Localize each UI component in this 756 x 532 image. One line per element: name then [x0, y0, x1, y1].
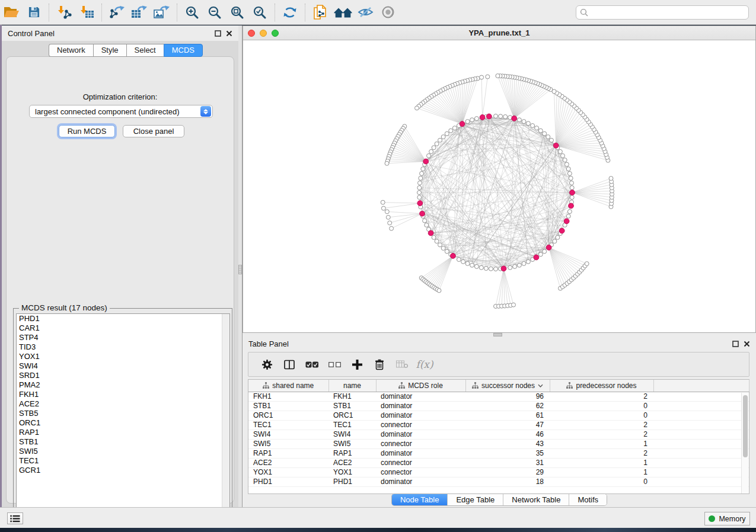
table-cell[interactable]: YOX1	[328, 467, 376, 477]
network-node[interactable]	[556, 235, 560, 239]
mcds-hub-node[interactable]	[486, 114, 492, 119]
mcds-hub-node[interactable]	[559, 228, 564, 233]
tab-style[interactable]: Style	[93, 44, 126, 57]
table-row[interactable]: PHD1PHD1dominator180	[248, 477, 749, 486]
network-node[interactable]	[465, 261, 470, 265]
table-cell[interactable]: 62	[465, 401, 550, 411]
network-node[interactable]	[531, 124, 535, 128]
mcds-result-item[interactable]: PHD1	[17, 314, 229, 323]
network-node[interactable]	[564, 162, 569, 166]
network-node[interactable]	[474, 264, 479, 268]
table-cell[interactable]: 0	[550, 401, 653, 411]
network-node[interactable]	[550, 138, 554, 142]
network-node[interactable]	[438, 243, 442, 247]
network-node[interactable]	[526, 121, 530, 126]
network-node[interactable]	[585, 262, 589, 266]
table-cell[interactable]: 2	[550, 430, 653, 439]
table-cell[interactable]: YOX1	[248, 467, 328, 477]
home-network-button[interactable]	[331, 2, 354, 23]
mcds-result-item[interactable]: SRD1	[17, 371, 229, 380]
mcds-result-item[interactable]: FKH1	[17, 390, 229, 399]
network-node[interactable]	[494, 114, 498, 118]
network-canvas[interactable]	[243, 40, 755, 332]
network-node[interactable]	[479, 265, 483, 270]
table-cell[interactable]: 1	[550, 467, 653, 477]
table-cell[interactable]: ACE2	[328, 458, 376, 467]
refresh-button[interactable]	[279, 2, 301, 23]
export-network-button[interactable]	[106, 2, 128, 23]
network-node[interactable]	[538, 252, 543, 257]
zoom-in-button[interactable]	[181, 2, 203, 23]
network-node[interactable]	[417, 185, 422, 190]
open-file-button[interactable]	[0, 2, 23, 23]
vertical-splitter-handle[interactable]	[238, 265, 242, 274]
network-node[interactable]	[486, 75, 490, 79]
show-columns-button[interactable]	[278, 354, 301, 375]
table-cell[interactable]: ACE2	[248, 458, 328, 467]
task-history-button[interactable]	[7, 512, 23, 524]
add-column-button[interactable]	[346, 354, 368, 375]
mcds-hub-node[interactable]	[460, 121, 465, 127]
network-node[interactable]	[553, 239, 557, 243]
table-cell[interactable]: ORC1	[248, 411, 328, 420]
float-panel-icon[interactable]	[215, 30, 221, 37]
network-node[interactable]	[470, 118, 474, 122]
table-cell[interactable]: ORC1	[328, 411, 376, 420]
table-cell[interactable]: dominator	[376, 401, 465, 411]
mcds-result-item[interactable]: SWI5	[17, 447, 229, 456]
mcds-result-item[interactable]: TID3	[17, 342, 229, 352]
mcds-result-list[interactable]: PHD1CAR1STP4TID3YOX1SWI4SRD1PMA2FKH1ACE2…	[16, 313, 230, 523]
network-node[interactable]	[484, 267, 488, 271]
network-node[interactable]	[418, 181, 422, 185]
network-node[interactable]	[494, 267, 498, 271]
network-node[interactable]	[441, 135, 445, 139]
table-cell[interactable]: 1	[550, 439, 653, 448]
table-cell[interactable]: SWI4	[328, 430, 376, 439]
mcds-hub-node[interactable]	[417, 201, 423, 206]
network-node[interactable]	[385, 161, 389, 165]
column-header-predecessor-nodes[interactable]: predecessor nodes	[550, 380, 653, 392]
mcds-result-item[interactable]: SWI4	[17, 361, 229, 371]
network-node[interactable]	[517, 118, 521, 122]
mcds-result-item[interactable]: STB1	[17, 437, 229, 447]
export-image-button[interactable]	[151, 2, 173, 23]
table-cell[interactable]: FKH1	[328, 392, 376, 401]
network-node[interactable]	[474, 117, 479, 121]
table-settings-button[interactable]	[256, 354, 278, 375]
save-button[interactable]	[23, 2, 45, 23]
table-cell[interactable]: SWI5	[328, 439, 376, 448]
network-node[interactable]	[535, 126, 539, 130]
network-node[interactable]	[522, 261, 526, 265]
network-node[interactable]	[570, 181, 574, 185]
tab-motifs[interactable]: Motifs	[569, 494, 607, 505]
table-cell[interactable]: 96	[465, 392, 550, 401]
network-node[interactable]	[417, 196, 422, 200]
table-row[interactable]: YOX1YOX1connector291	[248, 467, 749, 477]
hide-selected-button[interactable]	[354, 2, 377, 23]
network-node[interactable]	[381, 200, 385, 204]
network-node[interactable]	[496, 74, 500, 78]
network-node[interactable]	[461, 259, 465, 264]
mcds-result-item[interactable]: TEC1	[17, 456, 229, 466]
tab-node-table[interactable]: Node Table	[392, 494, 448, 505]
table-cell[interactable]: 46	[465, 430, 550, 439]
network-node[interactable]	[609, 177, 613, 181]
mcds-hub-node[interactable]	[512, 116, 517, 121]
network-node[interactable]	[425, 223, 429, 227]
table-cell[interactable]: SWI4	[248, 430, 328, 439]
mcds-hub-node[interactable]	[423, 159, 429, 164]
table-cell[interactable]: 1	[550, 458, 653, 467]
table-cell[interactable]: PHD1	[328, 477, 376, 486]
table-cell[interactable]: STB1	[248, 401, 328, 411]
table-scrollbar[interactable]	[741, 393, 748, 493]
network-node[interactable]	[435, 239, 439, 243]
mcds-result-item[interactable]: YOX1	[17, 352, 229, 361]
network-node[interactable]	[445, 132, 449, 136]
mcds-hub-node[interactable]	[534, 255, 539, 260]
table-cell[interactable]: 0	[550, 411, 653, 420]
search-input[interactable]	[588, 8, 736, 17]
network-node[interactable]	[449, 129, 453, 133]
tab-edge-table[interactable]: Edge Table	[448, 494, 503, 505]
close-panel-icon[interactable]	[744, 341, 750, 347]
tab-mcds[interactable]: MCDS	[164, 44, 203, 57]
